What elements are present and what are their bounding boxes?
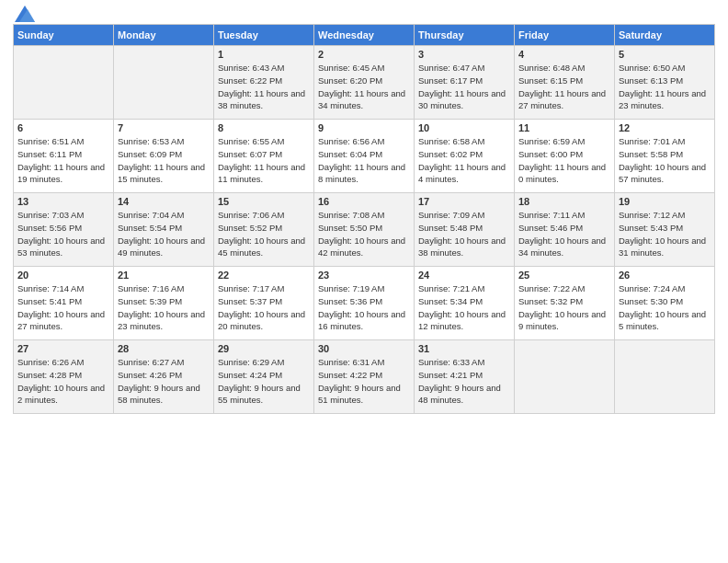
weekday-header: Saturday [615, 25, 715, 46]
calendar-cell: 4Sunrise: 6:48 AMSunset: 6:15 PMDaylight… [515, 46, 615, 120]
day-info: Sunrise: 7:22 AMSunset: 5:32 PMDaylight:… [518, 282, 610, 333]
day-info: Sunrise: 7:21 AMSunset: 5:34 PMDaylight:… [418, 282, 510, 333]
day-info: Sunrise: 7:11 AMSunset: 5:46 PMDaylight:… [518, 209, 610, 259]
day-info: Sunrise: 7:09 AMSunset: 5:48 PMDaylight:… [418, 209, 510, 259]
day-number: 21 [118, 270, 210, 281]
day-number: 9 [318, 122, 410, 133]
calendar-cell: 25Sunrise: 7:22 AMSunset: 5:32 PMDayligh… [515, 267, 615, 340]
calendar-cell [14, 46, 114, 120]
day-info: Sunrise: 6:26 AMSunset: 4:28 PMDaylight:… [17, 356, 109, 407]
day-number: 23 [318, 270, 410, 281]
day-number: 29 [218, 343, 310, 354]
calendar-cell: 13Sunrise: 7:03 AMSunset: 5:56 PMDayligh… [14, 193, 114, 267]
day-number: 30 [318, 343, 410, 354]
day-number: 7 [118, 122, 210, 133]
calendar-cell: 14Sunrise: 7:04 AMSunset: 5:54 PMDayligh… [114, 193, 214, 267]
calendar-cell: 18Sunrise: 7:11 AMSunset: 5:46 PMDayligh… [515, 193, 615, 267]
day-info: Sunrise: 6:51 AMSunset: 6:11 PMDaylight:… [17, 135, 109, 186]
logo-icon [15, 6, 35, 22]
calendar-table: SundayMondayTuesdayWednesdayThursdayFrid… [13, 24, 715, 414]
week-row: 1Sunrise: 6:43 AMSunset: 6:22 PMDaylight… [14, 46, 715, 120]
day-number: 17 [418, 196, 510, 207]
day-number: 28 [118, 343, 210, 354]
calendar-cell: 29Sunrise: 6:29 AMSunset: 4:24 PMDayligh… [214, 340, 314, 414]
day-info: Sunrise: 6:27 AMSunset: 4:26 PMDaylight:… [118, 356, 210, 407]
day-number: 14 [118, 196, 210, 207]
day-number: 6 [17, 122, 109, 133]
day-info: Sunrise: 7:06 AMSunset: 5:52 PMDaylight:… [218, 209, 310, 259]
day-info: Sunrise: 7:08 AMSunset: 5:50 PMDaylight:… [318, 209, 410, 259]
day-info: Sunrise: 7:17 AMSunset: 5:37 PMDaylight:… [218, 282, 310, 333]
day-number: 16 [318, 196, 410, 207]
day-number: 11 [518, 122, 610, 133]
day-info: Sunrise: 6:48 AMSunset: 6:15 PMDaylight:… [518, 62, 610, 112]
calendar-cell: 31Sunrise: 6:33 AMSunset: 4:21 PMDayligh… [415, 340, 515, 414]
day-info: Sunrise: 6:56 AMSunset: 6:04 PMDaylight:… [318, 135, 410, 186]
header [13, 9, 715, 18]
day-info: Sunrise: 7:14 AMSunset: 5:41 PMDaylight:… [17, 282, 109, 333]
calendar-cell: 15Sunrise: 7:06 AMSunset: 5:52 PMDayligh… [214, 193, 314, 267]
weekday-header: Friday [515, 25, 615, 46]
day-number: 3 [418, 49, 510, 60]
calendar-cell: 2Sunrise: 6:45 AMSunset: 6:20 PMDaylight… [314, 46, 415, 120]
day-info: Sunrise: 6:55 AMSunset: 6:07 PMDaylight:… [218, 135, 310, 186]
day-number: 26 [619, 270, 711, 281]
calendar-cell: 12Sunrise: 7:01 AMSunset: 5:58 PMDayligh… [615, 120, 715, 193]
calendar-cell: 22Sunrise: 7:17 AMSunset: 5:37 PMDayligh… [214, 267, 314, 340]
calendar-cell: 21Sunrise: 7:16 AMSunset: 5:39 PMDayligh… [114, 267, 214, 340]
day-number: 31 [418, 343, 510, 354]
calendar-cell: 8Sunrise: 6:55 AMSunset: 6:07 PMDaylight… [214, 120, 314, 193]
weekday-header: Sunday [14, 25, 114, 46]
calendar-cell: 30Sunrise: 6:31 AMSunset: 4:22 PMDayligh… [314, 340, 415, 414]
calendar-cell: 9Sunrise: 6:56 AMSunset: 6:04 PMDaylight… [314, 120, 415, 193]
day-number: 1 [218, 49, 310, 60]
day-info: Sunrise: 6:47 AMSunset: 6:17 PMDaylight:… [418, 62, 510, 112]
day-number: 20 [17, 270, 109, 281]
day-number: 18 [518, 196, 610, 207]
day-number: 5 [619, 49, 711, 60]
week-row: 6Sunrise: 6:51 AMSunset: 6:11 PMDaylight… [14, 120, 715, 193]
logo [13, 9, 35, 18]
day-number: 27 [17, 343, 109, 354]
calendar-cell: 23Sunrise: 7:19 AMSunset: 5:36 PMDayligh… [314, 267, 415, 340]
main-container: SundayMondayTuesdayWednesdayThursdayFrid… [0, 0, 728, 423]
day-info: Sunrise: 7:12 AMSunset: 5:43 PMDaylight:… [619, 209, 711, 259]
calendar-cell: 17Sunrise: 7:09 AMSunset: 5:48 PMDayligh… [415, 193, 515, 267]
calendar-cell: 19Sunrise: 7:12 AMSunset: 5:43 PMDayligh… [615, 193, 715, 267]
calendar-cell [615, 340, 715, 414]
calendar-cell: 27Sunrise: 6:26 AMSunset: 4:28 PMDayligh… [14, 340, 114, 414]
day-info: Sunrise: 7:16 AMSunset: 5:39 PMDaylight:… [118, 282, 210, 333]
day-number: 24 [418, 270, 510, 281]
day-info: Sunrise: 6:31 AMSunset: 4:22 PMDaylight:… [318, 356, 410, 407]
day-info: Sunrise: 6:43 AMSunset: 6:22 PMDaylight:… [218, 62, 310, 112]
day-number: 2 [318, 49, 410, 60]
day-number: 12 [619, 122, 711, 133]
day-info: Sunrise: 6:53 AMSunset: 6:09 PMDaylight:… [118, 135, 210, 186]
day-info: Sunrise: 6:45 AMSunset: 6:20 PMDaylight:… [318, 62, 410, 112]
calendar-cell: 1Sunrise: 6:43 AMSunset: 6:22 PMDaylight… [214, 46, 314, 120]
day-info: Sunrise: 6:50 AMSunset: 6:13 PMDaylight:… [619, 62, 711, 112]
week-row: 27Sunrise: 6:26 AMSunset: 4:28 PMDayligh… [14, 340, 715, 414]
calendar-cell: 16Sunrise: 7:08 AMSunset: 5:50 PMDayligh… [314, 193, 415, 267]
calendar-cell: 7Sunrise: 6:53 AMSunset: 6:09 PMDaylight… [114, 120, 214, 193]
calendar-cell: 3Sunrise: 6:47 AMSunset: 6:17 PMDaylight… [415, 46, 515, 120]
week-row: 13Sunrise: 7:03 AMSunset: 5:56 PMDayligh… [14, 193, 715, 267]
day-number: 15 [218, 196, 310, 207]
day-info: Sunrise: 7:19 AMSunset: 5:36 PMDaylight:… [318, 282, 410, 333]
day-number: 10 [418, 122, 510, 133]
day-number: 8 [218, 122, 310, 133]
day-number: 13 [17, 196, 109, 207]
calendar-cell: 26Sunrise: 7:24 AMSunset: 5:30 PMDayligh… [615, 267, 715, 340]
calendar-cell: 10Sunrise: 6:58 AMSunset: 6:02 PMDayligh… [415, 120, 515, 193]
day-info: Sunrise: 6:29 AMSunset: 4:24 PMDaylight:… [218, 356, 310, 407]
day-info: Sunrise: 6:59 AMSunset: 6:00 PMDaylight:… [518, 135, 610, 186]
day-number: 22 [218, 270, 310, 281]
day-info: Sunrise: 7:03 AMSunset: 5:56 PMDaylight:… [17, 209, 109, 259]
weekday-header: Monday [114, 25, 214, 46]
calendar-cell: 5Sunrise: 6:50 AMSunset: 6:13 PMDaylight… [615, 46, 715, 120]
day-number: 4 [518, 49, 610, 60]
calendar-cell: 11Sunrise: 6:59 AMSunset: 6:00 PMDayligh… [515, 120, 615, 193]
day-info: Sunrise: 7:01 AMSunset: 5:58 PMDaylight:… [619, 135, 711, 186]
weekday-header: Tuesday [214, 25, 314, 46]
day-number: 19 [619, 196, 711, 207]
